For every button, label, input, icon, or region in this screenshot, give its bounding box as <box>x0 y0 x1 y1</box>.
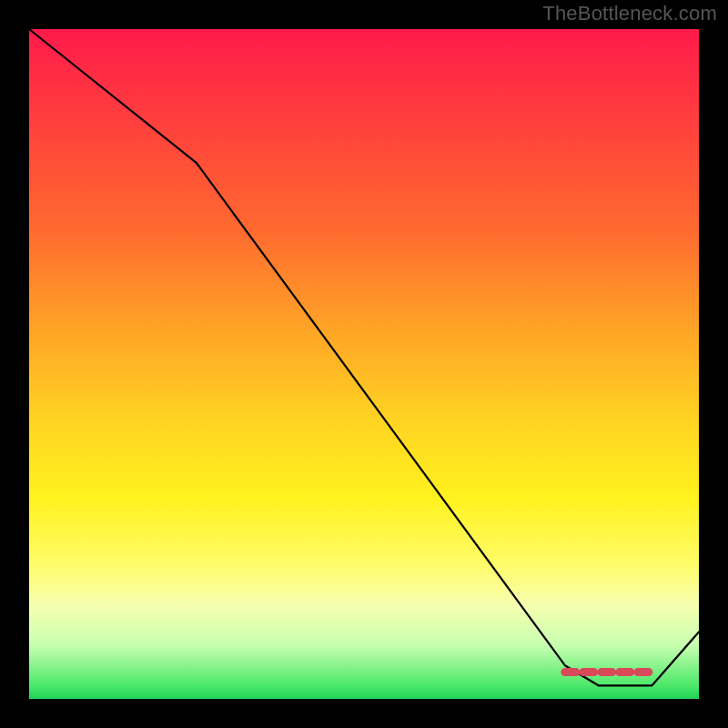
chart-overlay <box>29 29 699 699</box>
watermark-text: TheBottleneck.com <box>542 2 717 25</box>
bottleneck-curve <box>29 29 699 685</box>
chart-frame: TheBottleneck.com <box>0 0 728 728</box>
plot-area <box>29 29 699 699</box>
